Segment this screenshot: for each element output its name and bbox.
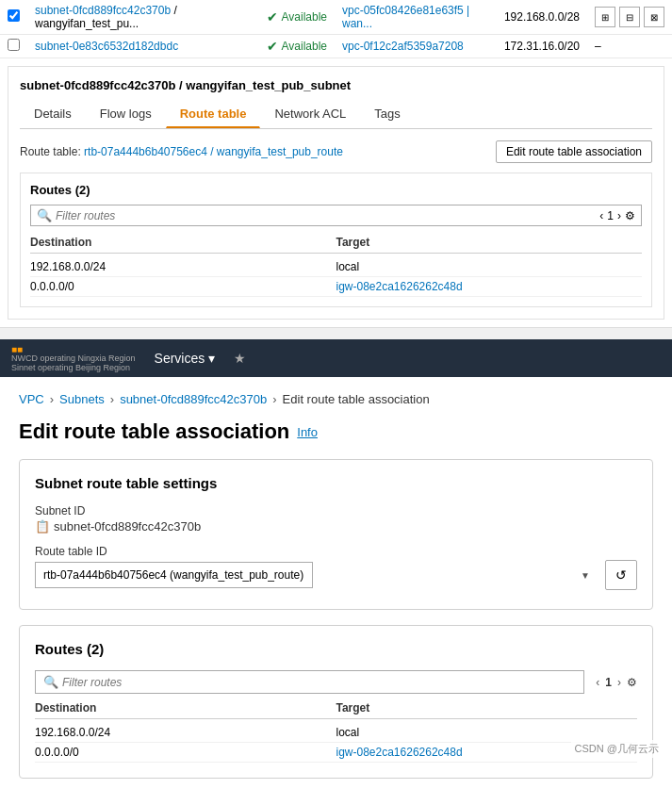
row-checkbox[interactable]	[8, 39, 20, 51]
route-table-header: Route table: rtb-07a444b6b40756ec4 / wan…	[20, 140, 652, 163]
filter-search-icon: 🔍	[43, 675, 58, 689]
actions-cell: –	[587, 35, 672, 58]
subnet-id-cell: subnet-0e83c6532d182dbdc	[27, 35, 259, 58]
info-link[interactable]: Info	[297, 425, 318, 439]
cidr-cell: 172.31.16.0/20	[497, 35, 587, 58]
prev-icon[interactable]: ‹	[599, 209, 603, 222]
tabs: DetailsFlow logsRoute tableNetwork ACLTa…	[20, 100, 652, 129]
detail-panel: subnet-0fcd889fcc42c370b / wangyifan_tes…	[8, 66, 664, 320]
route-target: local	[336, 726, 638, 739]
logo-line2: Sinnet operating Beijing Region	[11, 364, 136, 373]
routes-dest-header: Destination	[35, 701, 336, 715]
services-label: Services	[155, 351, 205, 366]
route-target: igw-08e2ca1626262c48d	[336, 280, 643, 293]
nav-bar: ■■ NWCD operating Ningxia Region Sinnet …	[0, 339, 672, 377]
breadcrumb-link[interactable]: subnet-0fcd889fcc42c370b	[120, 392, 267, 406]
tab-network-acl[interactable]: Network ACL	[260, 100, 360, 128]
routes-filter-box: 🔍	[35, 670, 584, 694]
breadcrumb-link[interactable]: VPC	[19, 392, 44, 406]
cidr-cell: 192.168.0.0/28	[497, 0, 587, 35]
row-checkbox-cell[interactable]	[0, 35, 27, 58]
current-page: 1	[605, 676, 612, 689]
icon-btn-3[interactable]: ⊠	[644, 7, 664, 27]
breadcrumb-item-1[interactable]: Subnets	[59, 392, 105, 406]
routes-filter-row: 🔍 ‹ 1 › ⚙	[35, 670, 637, 694]
breadcrumb-item-0[interactable]: VPC	[19, 392, 44, 406]
tab-tags[interactable]: Tags	[360, 100, 414, 128]
select-arrow-icon: ▼	[581, 570, 590, 581]
next-icon[interactable]: ›	[617, 209, 621, 222]
refresh-button[interactable]: ↺	[605, 560, 637, 590]
detail-routes-rows: 192.168.0.0/24 local 0.0.0.0/0 igw-08e2c…	[30, 257, 642, 297]
status-badge: ✔Available	[267, 9, 327, 25]
breadcrumb-separator: ›	[272, 392, 276, 406]
route-row: 192.168.0.0/24 local	[30, 257, 642, 277]
nav-logo: ■■ NWCD operating Ningxia Region Sinnet …	[11, 344, 136, 373]
detail-filter-input[interactable]	[56, 209, 596, 222]
copy-icon[interactable]: 📋	[35, 519, 50, 534]
actions-cell: ⊞⊟⊠	[587, 0, 672, 35]
route-target-link[interactable]: igw-08e2ca1626262c48d	[336, 746, 463, 759]
nav-services-menu[interactable]: Services ▾	[155, 351, 216, 366]
tab-route-table[interactable]: Route table	[166, 100, 261, 128]
action-icons: ⊞⊟⊠	[595, 7, 664, 27]
subnet-id-cell: subnet-0fcd889fcc42c370b / wangyifan_tes…	[27, 0, 259, 35]
row-checkbox[interactable]	[8, 9, 20, 22]
prev-page-btn[interactable]: ‹	[596, 676, 599, 689]
routes-target-header: Target	[336, 701, 638, 715]
icon-btn-2[interactable]: ⊟	[619, 7, 640, 27]
status-cell: ✔Available	[259, 0, 335, 35]
routes-filter-input[interactable]	[62, 676, 576, 689]
route-target-link[interactable]: igw-08e2ca1626262c48d	[336, 280, 463, 293]
route-table-title: Route table: rtb-07a444b6b40756ec4 / wan…	[20, 145, 343, 158]
row-checkbox-cell[interactable]	[0, 0, 27, 35]
vpc-cell: vpc-05fc08426e81e63f5 | wan...	[335, 0, 497, 35]
tab-details[interactable]: Details	[20, 100, 86, 128]
status-cell: ✔Available	[259, 35, 335, 58]
breadcrumb-link[interactable]: Subnets	[59, 392, 105, 406]
route-table-select[interactable]: rtb-07a444b6b40756ec4 (wangyifa_test_pub…	[35, 562, 313, 588]
route-table-select-row: rtb-07a444b6b40756ec4 (wangyifa_test_pub…	[35, 560, 637, 590]
table-row: subnet-0e83c6532d182dbdc ✔Available vpc-…	[0, 35, 672, 58]
subnet-id-link[interactable]: subnet-0e83c6532d182dbdc	[35, 40, 178, 53]
route-destination: 0.0.0.0/0	[35, 746, 336, 759]
route-row: 0.0.0.0/0 igw-08e2ca1626262c48d	[35, 743, 637, 763]
route-destination: 0.0.0.0/0	[30, 280, 336, 293]
tab-flow-logs[interactable]: Flow logs	[86, 100, 166, 128]
detail-title: subnet-0fcd889fcc42c370b / wangyifan_tes…	[20, 78, 652, 92]
subnet-id-label: Subnet ID	[35, 504, 637, 518]
top-panel: subnet-0fcd889fcc42c370b / wangyifan_tes…	[0, 0, 672, 328]
vpc-link[interactable]: vpc-05fc08426e81e63f5 | wan...	[342, 4, 469, 30]
routes-gear-icon[interactable]: ⚙	[627, 676, 637, 689]
route-row: 192.168.0.0/24 local	[35, 723, 637, 743]
icon-btn-1[interactable]: ⊞	[595, 7, 615, 27]
watermark: CSDN @几何云示	[571, 740, 663, 758]
breadcrumb-item-3: Edit route table association	[283, 392, 430, 406]
table-row: subnet-0fcd889fcc42c370b / wangyifan_tes…	[0, 0, 672, 35]
chevron-down-icon: ▾	[208, 351, 215, 366]
route-table-select-wrapper: rtb-07a444b6b40756ec4 (wangyifa_test_pub…	[35, 562, 598, 588]
subnet-id-link[interactable]: subnet-0fcd889fcc42c370b	[35, 4, 171, 17]
route-table-id-label: Route table ID	[35, 545, 637, 558]
routes-card-rows: 192.168.0.0/24 local 0.0.0.0/0 igw-08e2c…	[35, 723, 637, 763]
route-table-id-link[interactable]: rtb-07a444b6b40756ec4 / wangyifa_test_pu…	[84, 145, 343, 158]
breadcrumb-item-2[interactable]: subnet-0fcd889fcc42c370b	[120, 392, 267, 406]
route-row: 0.0.0.0/0 igw-08e2ca1626262c48d	[30, 277, 642, 297]
subnet-id-value: 📋 subnet-0fcd889fcc42c370b	[35, 519, 637, 534]
status-badge: ✔Available	[267, 39, 327, 54]
next-page-btn[interactable]: ›	[617, 676, 621, 689]
page-number: 1	[607, 209, 614, 222]
gear-icon[interactable]: ⚙	[625, 209, 635, 222]
breadcrumb: VPC›Subnets›subnet-0fcd889fcc42c370b›Edi…	[19, 392, 653, 406]
detail-filter-row: 🔍 ‹ 1 › ⚙	[30, 205, 642, 226]
detail-col-headers: Destination Target	[30, 236, 642, 254]
favorites-star-icon[interactable]: ★	[234, 351, 246, 366]
edit-route-table-btn[interactable]: Edit route table association	[496, 140, 652, 163]
detail-routes-section: Routes (2) 🔍 ‹ 1 › ⚙ Destination Target …	[20, 172, 652, 307]
vpc-cell: vpc-0f12c2af5359a7208	[335, 35, 497, 58]
status-dot-icon: ✔	[267, 9, 278, 25]
subnet-card-title: Subnet route table settings	[35, 475, 637, 491]
detail-routes-title: Routes (2)	[30, 183, 642, 197]
vpc-link[interactable]: vpc-0f12c2af5359a7208	[342, 40, 464, 53]
routes-col-headers: Destination Target	[35, 701, 637, 719]
